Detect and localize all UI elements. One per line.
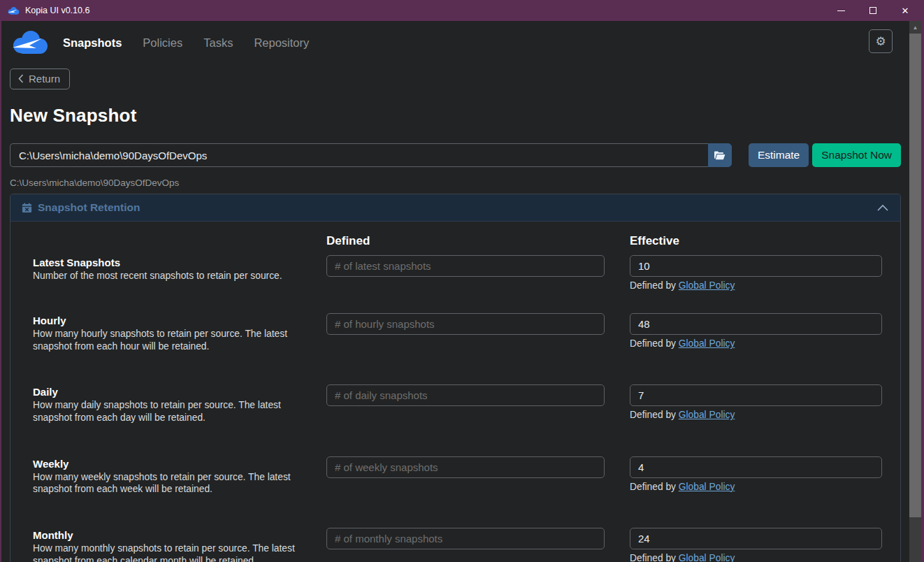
retention-row-label: Daily How many daily snapshots to retain… [24,384,318,456]
close-icon: ✕ [902,6,909,15]
snapshot-retention-body: Defined Effective Latest Snapshots Numbe… [10,222,900,562]
retention-effective-cell: Defined by Global Policy [630,528,882,562]
close-button[interactable]: ✕ [889,0,921,21]
effective-value-input[interactable] [630,255,882,277]
effective-column-header: Effective [630,234,882,255]
retention-row-title: Weekly [33,458,318,470]
defined-by-prefix: Defined by [630,482,679,492]
retention-effective-cell: Defined by Global Policy [630,313,882,384]
retention-row-title: Daily [33,386,318,398]
maximize-button[interactable] [857,0,889,21]
global-policy-link[interactable]: Global Policy [679,410,735,420]
defined-by-text: Defined by Global Policy [630,280,882,291]
chevron-up-icon[interactable] [876,204,889,212]
defined-value-input[interactable] [326,255,605,277]
folder-open-icon [714,150,726,160]
spacer-cell [24,234,318,255]
retention-defined-cell [326,384,621,456]
defined-value-input[interactable] [326,456,605,478]
titlebar: Kopia UI v0.10.6 ✕ [1,0,921,21]
effective-value-input[interactable] [630,384,882,406]
path-input-group [10,143,732,167]
retention-row-title: Hourly [33,315,318,326]
vertical-scrollbar[interactable]: ▲ [909,21,921,562]
retention-row-description: How many hourly snapshots to retain per … [33,328,318,352]
global-policy-link[interactable]: Global Policy [679,482,735,492]
minimize-icon [837,10,845,11]
retention-row-label: Latest Snapshots Number of the most rece… [24,255,318,313]
defined-column-header: Defined [326,234,621,255]
retention-effective-cell: Defined by Global Policy [630,384,882,456]
nav-tab-repository[interactable]: Repository [254,36,309,50]
retention-row-title: Monthly [33,529,318,541]
retention-row-label: Monthly How many monthly snapshots to re… [24,528,318,562]
nav-tab-snapshots[interactable]: Snapshots [63,36,122,50]
effective-value-input[interactable] [630,313,882,335]
retention-row-label: Weekly How many weekly snapshots to reta… [24,456,318,528]
defined-by-prefix: Defined by [630,410,679,420]
retention-grid: Defined Effective Latest Snapshots Numbe… [24,234,882,562]
retention-defined-cell [326,255,621,313]
defined-by-prefix: Defined by [630,338,679,349]
retention-defined-cell [326,456,621,528]
retention-defined-cell [326,528,621,562]
calendar-times-icon [22,203,32,213]
defined-by-prefix: Defined by [630,280,679,291]
retention-row-description: Number of the most recent snapshots to r… [33,270,318,282]
nav-tab-policies[interactable]: Policies [143,36,182,50]
settings-button[interactable]: ⚙ [869,29,893,53]
window-controls: ✕ [825,0,921,21]
navbar: Snapshots Policies Tasks Repository ⚙ [10,21,909,63]
effective-value-input[interactable] [630,456,882,478]
defined-by-text: Defined by Global Policy [630,410,882,420]
snapshot-path-row: Estimate Snapshot Now [10,143,909,167]
kopia-cloud-icon [7,6,20,15]
nav-tab-tasks[interactable]: Tasks [203,36,233,50]
minimize-button[interactable] [825,0,857,21]
app-window: Kopia UI v0.10.6 ✕ Snapshots Pol [0,0,924,562]
main-content: Snapshots Policies Tasks Repository ⚙ Re… [1,21,909,562]
retention-defined-cell [326,313,621,384]
retention-row-description: How many monthly snapshots to retain per… [33,542,318,562]
retention-effective-cell: Defined by Global Policy [630,456,882,528]
retention-row-title: Latest Snapshots [33,257,318,268]
snapshot-retention-title: Snapshot Retention [38,201,876,214]
scroll-up-arrow-icon[interactable]: ▲ [909,22,921,33]
global-policy-link[interactable]: Global Policy [679,280,735,291]
path-input[interactable] [10,143,708,167]
defined-by-text: Defined by Global Policy [630,482,882,492]
defined-by-text: Defined by Global Policy [630,553,882,562]
defined-by-prefix: Defined by [630,553,679,562]
titlebar-left: Kopia UI v0.10.6 [1,6,825,15]
snapshot-now-button[interactable]: Snapshot Now [812,143,901,167]
snapshot-retention-header[interactable]: Snapshot Retention [10,194,900,222]
return-label: Return [29,73,60,85]
defined-value-input[interactable] [326,528,605,549]
nav-items: Snapshots Policies Tasks Repository [63,36,309,50]
scrollbar-thumb[interactable] [909,34,921,517]
effective-value-input[interactable] [630,528,882,549]
browse-folder-button[interactable] [708,143,732,167]
selected-path-text: C:\Users\micha\demo\90DaysOfDevOps [10,178,909,188]
estimate-button[interactable]: Estimate [749,143,809,167]
retention-row-description: How many daily snapshots to retain per s… [33,399,318,424]
window-title: Kopia UI v0.10.6 [25,6,89,15]
kopia-logo[interactable] [10,29,49,56]
global-policy-link[interactable]: Global Policy [679,338,735,349]
chevron-left-icon [18,74,24,83]
page-title: New Snapshot [10,105,909,127]
gear-icon: ⚙ [875,34,886,49]
defined-value-input[interactable] [326,313,605,335]
retention-row-label: Hourly How many hourly snapshots to reta… [24,313,318,384]
defined-by-text: Defined by Global Policy [630,338,882,349]
retention-effective-cell: Defined by Global Policy [630,255,882,313]
defined-value-input[interactable] [326,384,605,406]
app-body: Snapshots Policies Tasks Repository ⚙ Re… [1,21,921,562]
snapshot-retention-panel: Snapshot Retention Defined Effective Lat… [10,194,901,562]
retention-row-description: How many weekly snapshots to retain per … [33,471,318,496]
maximize-icon [869,7,876,14]
global-policy-link[interactable]: Global Policy [679,553,735,562]
return-button[interactable]: Return [10,69,70,89]
